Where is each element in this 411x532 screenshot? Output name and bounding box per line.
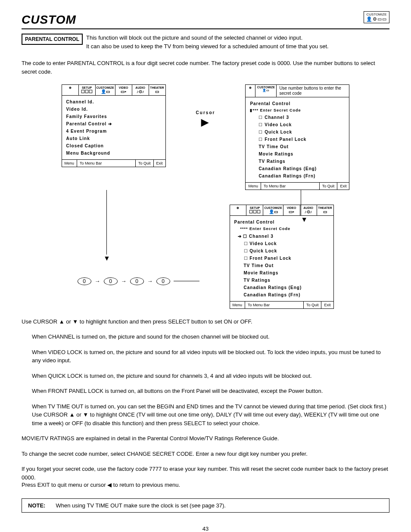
down-arrow-icon: ▼ <box>301 216 308 224</box>
body-p5: When FRONT PANEL LOCK is turned on, all … <box>32 387 389 395</box>
right-arrow-icon: ▶ <box>201 117 209 128</box>
body-p2: When CHANNEL is turned on, the picture a… <box>32 333 389 341</box>
intro-text: This function will block out the picture… <box>86 34 389 50</box>
code-instruction: The code to enter PARENTAL CONTROL is a … <box>22 59 389 76</box>
body-p1: Use CURSOR ▲ or ▼ to highlight function … <box>22 317 389 326</box>
section-label: PARENTAL CONTROL <box>22 34 83 45</box>
note-box: NOTE:When using TV TIME OUT make sure th… <box>22 498 389 513</box>
body-p6: When TV TIME OUT is turned on, you can s… <box>32 402 389 428</box>
menu-customize: ⊕ SETUP☐☐☐ CUSTOMIZE👤▭ VIDEO▭▪ AUDIO♪⊙♪ … <box>62 84 166 167</box>
body-p10: Press EXIT to quit menu or cursor ◀ to r… <box>22 482 389 488</box>
code-entry-zeros: 0→ 0→ 0→ 0 <box>78 277 199 285</box>
down-arrow-icon: ▼ <box>103 255 110 262</box>
diagram-area: ⊕ SETUP☐☐☐ CUSTOMIZE👤▭ VIDEO▭▪ AUDIO♪⊙♪ … <box>22 84 389 309</box>
body-p9: If you forget your secret code, use the … <box>22 465 389 482</box>
page-number: 43 <box>22 526 389 532</box>
body-p8: To change the secret code number, select… <box>22 450 389 458</box>
body-p4: When QUICK LOCK is turned on, the pictur… <box>32 372 389 380</box>
body-p3: When VIDEO LOCK is turned on, the pictur… <box>32 348 389 365</box>
menu-parental-enter-code: ⊕ CUSTOMIZE👤▭ Use number buttons to ente… <box>245 84 349 190</box>
body-p7: MOVIE/TV RATINGS are explained in detail… <box>22 434 389 443</box>
menu-parental-unlocked: ⊕ SETUP☐☐☐ CUSTOMIZE👤▭ VIDEO▭▪ AUDIO♪⊙♪ … <box>230 205 334 308</box>
customize-icon: CUSTOMIZE 👤⚙▭▭ <box>364 11 389 23</box>
cursor-label: Cursor ▶ <box>196 110 215 128</box>
page-title: CUSTOM <box>22 13 76 27</box>
